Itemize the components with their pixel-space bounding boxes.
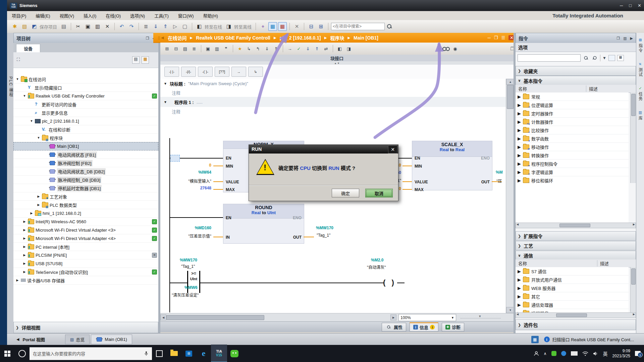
menu-i[interactable]: 插入(I) [84,12,96,19]
goto-network-icon[interactable]: → [286,45,294,52]
expander-icon[interactable]: ▶ [22,228,26,232]
portal-view-button[interactable]: Portal 视图 [22,336,45,343]
symbolic-operands-icon[interactable]: ▥ [213,45,221,52]
zoom-select[interactable]: 100%▼ [398,314,456,321]
delete-network-icon[interactable]: ⊟ [172,45,180,52]
save-project-label[interactable]: 保存项目 [40,23,57,30]
file-explorer-icon[interactable] [167,345,181,362]
edge-icon[interactable]: e [196,345,211,362]
editor-minimize-icon[interactable]: ─ [488,35,491,40]
breadcrumb-item[interactable]: 在线访问 [168,35,187,41]
tree-row[interactable]: 电动风阀状态 [FB1] [13,150,158,159]
tab-diagnostics[interactable]: ✚ 诊断 [442,323,464,331]
paste-icon[interactable]: ▥ [93,22,102,31]
compare-tag2[interactable]: "清灰压差设定" [172,292,199,298]
close-branch-palette-icon[interactable]: ↳ [248,67,263,77]
menu-t[interactable]: 工具(T) [154,12,169,19]
go-offline-icon[interactable]: ◨ [224,22,233,31]
expander-icon[interactable]: ▼ [22,94,26,98]
section-basic-instructions[interactable]: ∨基本指令 [516,76,636,85]
menu-w[interactable]: 窗口(W) [178,12,194,19]
column-desc[interactable]: 描述 [586,85,598,92]
ms-store-icon[interactable]: ⊞ [181,345,196,362]
network-comment-row[interactable]: 注释 [160,107,509,116]
confirm-button[interactable]: 确定 [332,189,359,197]
tree-row[interactable]: ▼在线访问 [13,75,158,83]
split-editor-vertical-icon[interactable]: ⊞ [317,22,325,31]
absolute-operands-icon[interactable]: ▣ [204,45,212,52]
instruction-row[interactable]: ▶其它 [516,292,629,301]
open-branch-palette-icon[interactable]: → [231,67,246,77]
zoom-slider-notch[interactable]: ▾ [479,314,481,318]
comm-list-hscrollbar[interactable]: ◀ ▶ [516,312,636,318]
vscroll-thumb[interactable] [507,85,514,109]
project-search-icon[interactable] [386,23,393,30]
delete-row-icon[interactable]: ⇑ [272,45,280,52]
tree-row[interactable]: ▶读卡器/USB 存储器 [13,276,158,285]
tab-info[interactable]: i 信息 i [410,322,438,331]
instruction-row[interactable]: ▶常规 [516,93,629,101]
expander-icon[interactable]: ▶ [518,153,521,158]
task-view-icon[interactable] [152,345,167,362]
ime-indicator[interactable]: 英 [603,350,608,357]
tab-overview[interactable]: ▤ 总览 [65,335,90,344]
tree-row[interactable]: V.在线和诊断 [13,125,158,134]
expander-icon[interactable]: ▶ [518,136,521,141]
closed-contact-icon[interactable]: -|/|- [181,67,196,77]
enable-monitoring-glasses-icon[interactable] [442,45,450,52]
float-panel-icon[interactable]: ❐ [616,36,620,41]
tab-properties[interactable]: 属性 [382,323,406,331]
save-status-icon[interactable]: ▦ [531,336,539,343]
section-optional-packages[interactable]: ❯选件包 [516,319,636,330]
coil-symbol[interactable]: ( ) [383,278,396,287]
breadcrumb-item[interactable]: 程序块 [330,35,344,41]
open-contact-icon[interactable]: -| |- [164,67,179,77]
sync-online-icon[interactable]: ⇄ [322,45,330,52]
go-offline-label[interactable]: 转至离线 [234,23,252,30]
find-next-icon[interactable] [583,55,589,61]
expand-panel-icon[interactable]: ▶ [630,36,633,41]
instruction-row[interactable]: ▶WEB 服务器 [516,284,629,292]
find-previous-icon[interactable] [592,55,597,61]
tree-row[interactable]: Main [OB1] [13,142,158,150]
expander-icon[interactable]: ▶ [518,286,521,291]
compare-op[interactable]: >= [188,271,199,276]
menu-e[interactable]: 编辑(E) [36,12,50,19]
cortana-icon[interactable] [15,345,30,362]
coil-tag[interactable]: "自动清灰" [367,264,386,270]
filter-profile-icon[interactable]: ▼ [602,56,606,60]
tab-devices[interactable]: 设备 [16,44,40,53]
instruction-row[interactable]: ▶◔定时器操作 [516,109,629,118]
block-title-row[interactable]: ▼ 块标题 : "Main Program Sweep (Cycle)" [160,79,509,88]
tree-row[interactable]: ▼程序块 [13,134,158,142]
tree-row[interactable]: ⌕显示更多信息 [13,109,158,117]
network-comment-icon[interactable]: ❞ [222,45,230,52]
compare-operand[interactable]: %MW170 [180,258,197,262]
upload-block-icon[interactable]: ⇑ [313,45,321,52]
download-block-icon[interactable]: ⇓ [304,45,312,52]
expander-icon[interactable]: ▼ [37,136,41,139]
expander-icon[interactable]: ▶ [22,253,26,257]
round-in-tag[interactable]: "压差显示值" [168,233,211,239]
expander-icon[interactable]: ▶ [518,144,521,149]
save-project-icon[interactable]: ◩ [30,22,39,31]
comm-list-vscrollbar[interactable] [630,267,636,312]
expander-icon[interactable]: ▶ [518,161,521,166]
panel-columns-icon[interactable]: ▥ [623,36,627,41]
sync-tray-icon[interactable] [561,351,566,356]
expander-icon[interactable]: ▶ [518,294,521,299]
delete-icon[interactable]: ✕ [103,22,112,31]
open-branch-icon[interactable]: ↳ [245,45,253,52]
menu-v[interactable]: 视图(V) [60,12,74,19]
basic-list-vscrollbar[interactable] [630,93,636,183]
editor-menu-icon[interactable]: ☰ [501,35,505,40]
close-branch-icon[interactable]: ↰ [254,45,262,52]
editor-restore-icon[interactable]: ❐ [494,35,498,40]
expander-icon[interactable]: ▶ [22,237,26,240]
block-interface-bar[interactable]: 块接口 [160,55,514,62]
expander-icon[interactable]: ▼ [30,119,34,123]
instruction-row[interactable]: ▶±数学函数 [516,134,629,143]
scale-out-tag[interactable]: "压 [496,178,502,184]
cut-icon[interactable]: ✂ [74,22,83,31]
wechat-icon[interactable] [227,345,242,362]
